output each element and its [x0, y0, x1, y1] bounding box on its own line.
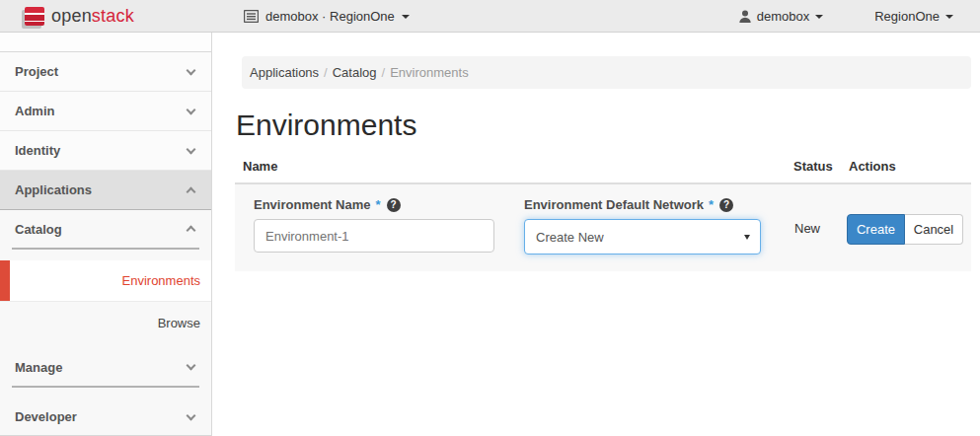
project-switcher-icon: [244, 10, 259, 23]
logo-text-open: open: [51, 6, 92, 26]
default-network-label: Environment Default Network: [524, 197, 704, 212]
sidebar-group-catalog[interactable]: Catalog: [0, 210, 211, 248]
sidebar-group-label: Developer: [15, 409, 77, 424]
default-network-field-group: Environment Default Network * ? Create N…: [524, 197, 761, 254]
sidebar-item-environments[interactable]: Environments: [0, 260, 211, 302]
chevron-down-icon: [187, 410, 196, 420]
default-network-select[interactable]: Create New: [524, 219, 761, 254]
breadcrumb-separator: /: [377, 65, 391, 80]
sidebar-item-label: Project: [15, 64, 58, 79]
create-button[interactable]: Create: [847, 214, 905, 245]
openstack-logo-text: openstack: [51, 6, 134, 27]
region-menu[interactable]: RegionOne: [874, 9, 953, 24]
user-menu-label: demobox: [757, 9, 809, 24]
selected-option-label: Create New: [536, 230, 604, 245]
environment-name-label: Environment Name: [254, 197, 370, 212]
chevron-up-icon: [187, 226, 196, 236]
sidebar-spacer: [0, 250, 211, 260]
region-menu-label: RegionOne: [874, 9, 940, 24]
breadcrumb: Applications / Catalog / Environments: [242, 56, 971, 89]
required-marker: *: [375, 197, 380, 212]
page-title: Environments: [236, 109, 971, 142]
help-icon[interactable]: ?: [387, 198, 401, 212]
breadcrumb-separator: /: [319, 65, 333, 80]
main-content: Applications / Catalog / Environments En…: [213, 33, 980, 436]
sidebar-item-project[interactable]: Project: [0, 52, 211, 92]
sidebar-item-applications[interactable]: Applications: [0, 171, 211, 210]
project-switcher-label: demobox · RegionOne: [265, 9, 395, 24]
topbar-right-menus: demobox RegionOne: [739, 9, 953, 24]
default-network-label-row: Environment Default Network * ?: [524, 197, 761, 212]
chevron-down-icon: [945, 15, 953, 19]
openstack-cube-icon: [25, 7, 44, 26]
column-header-actions: Actions: [849, 159, 971, 174]
column-header-name: Name: [243, 159, 793, 174]
chevron-up-icon: [187, 186, 196, 196]
sidebar-item-label: Applications: [15, 182, 92, 197]
sidebar-top-strip: [0, 33, 211, 52]
user-icon: [739, 10, 751, 23]
sidebar-item-browse[interactable]: Browse: [0, 302, 211, 343]
cancel-button[interactable]: Cancel: [905, 214, 963, 245]
create-environment-row: Environment Name * ? Environment Default…: [235, 184, 971, 271]
chevron-down-icon: [187, 144, 196, 154]
logo-text-stack: stack: [92, 6, 134, 26]
help-icon[interactable]: ?: [719, 198, 733, 212]
breadcrumb-current: Environments: [390, 65, 468, 80]
breadcrumb-link-applications[interactable]: Applications: [250, 65, 319, 80]
sidebar-group-manage[interactable]: Manage: [0, 348, 211, 386]
status-value: New: [794, 221, 827, 236]
sidebar-group-developer[interactable]: Developer: [0, 399, 211, 436]
required-marker: *: [709, 197, 714, 212]
sidebar-item-label: Admin: [15, 104, 54, 118]
breadcrumb-link-catalog[interactable]: Catalog: [333, 65, 377, 80]
sidebar-navigation: Project Admin Identity Applications Cata…: [0, 33, 212, 436]
environments-table-header: Name Status Actions: [235, 159, 971, 184]
environment-name-field-group: Environment Name * ?: [254, 197, 494, 253]
sidebar-spacer: [0, 388, 211, 399]
column-header-status: Status: [793, 159, 849, 174]
sidebar-item-label: Environments: [122, 273, 200, 288]
row-action-buttons: Create Cancel: [847, 214, 963, 245]
openstack-logo[interactable]: openstack: [25, 6, 134, 27]
environment-name-label-row: Environment Name * ?: [254, 197, 494, 212]
environment-name-input[interactable]: [254, 219, 494, 253]
sidebar-item-label: Identity: [15, 143, 60, 158]
chevron-down-icon: [815, 15, 823, 19]
select-caret-icon: [744, 235, 750, 240]
sidebar-group-label: Manage: [15, 360, 62, 375]
chevron-down-icon: [187, 361, 196, 371]
chevron-down-icon: [187, 105, 196, 114]
top-navigation-bar: openstack demobox · RegionOne demobox Re…: [0, 0, 980, 33]
sidebar-item-identity[interactable]: Identity: [0, 131, 211, 171]
active-indicator-bar: [0, 260, 10, 301]
sidebar-item-label: Browse: [158, 316, 200, 330]
project-region-switcher[interactable]: demobox · RegionOne: [244, 9, 410, 24]
chevron-down-icon: [187, 65, 196, 75]
user-menu[interactable]: demobox: [739, 9, 823, 24]
sidebar-item-admin[interactable]: Admin: [0, 92, 211, 131]
chevron-down-icon: [402, 15, 410, 19]
sidebar-group-label: Catalog: [15, 222, 62, 237]
